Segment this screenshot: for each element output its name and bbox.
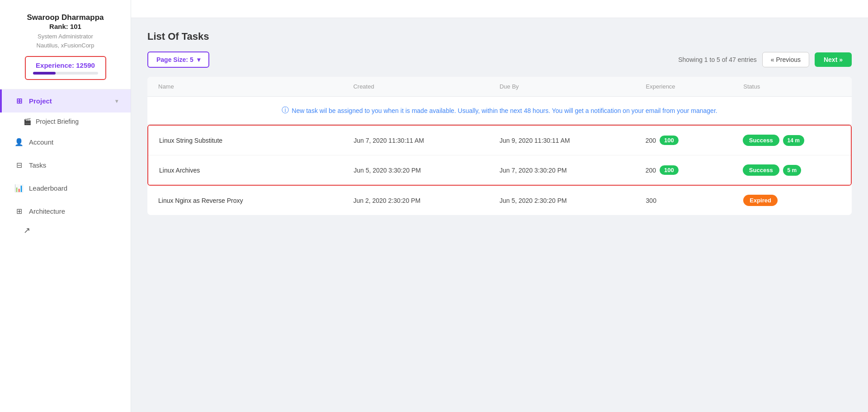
showing-text: Showing 1 to 5 of 47 entries	[678, 56, 757, 63]
experience-bar-fill	[33, 72, 56, 75]
table-row[interactable]: Linux Nginx as Reverse Proxy Jun 2, 2020…	[147, 186, 852, 215]
task-created: Jun 5, 2020 3:30:20 PM	[354, 167, 500, 174]
main-content: List Of Tasks Page Size: 5 ▾ Showing 1 t…	[131, 0, 868, 412]
info-icon: ⓘ	[282, 106, 289, 115]
sidebar-item-tasks[interactable]: ⊟ Tasks	[0, 154, 131, 177]
toolbar: Page Size: 5 ▾ Showing 1 to 5 of 47 entr…	[147, 52, 852, 68]
architecture-icon: ⊞	[14, 207, 24, 215]
task-experience: 200 100	[646, 136, 743, 145]
experience-bar-bg	[33, 72, 98, 75]
briefing-icon: 🎬	[24, 118, 31, 125]
status-badge: Expired	[743, 195, 778, 206]
task-experience: 200 100	[646, 165, 743, 175]
time-badge: 5 m	[783, 165, 802, 176]
col-status: Status	[743, 83, 841, 90]
user-name: Swaroop Dharmappa	[9, 13, 122, 23]
score-badge: 100	[660, 165, 679, 175]
content-area: List Of Tasks Page Size: 5 ▾ Showing 1 t…	[131, 18, 868, 412]
status-badge: Success	[743, 135, 779, 146]
account-icon: 👤	[14, 138, 24, 146]
sidebar-item-label-tasks: Tasks	[29, 161, 118, 169]
sidebar-item-leaderboard[interactable]: 📊 Leaderboard	[0, 177, 131, 200]
page-size-chevron-icon: ▾	[197, 56, 200, 63]
task-created: Jun 2, 2020 2:30:20 PM	[353, 197, 500, 204]
leaderboard-icon: 📊	[14, 184, 24, 192]
task-experience: 300	[646, 197, 744, 204]
sidebar-item-label-account: Account	[29, 138, 118, 146]
col-name: Name	[158, 83, 353, 90]
experience-box: Experience: 12590	[25, 56, 106, 80]
tasks-icon: ⊟	[14, 161, 24, 169]
notification-text: New task wil be assigned to you when it …	[292, 107, 717, 114]
sidebar-item-label-project: Project	[29, 97, 110, 105]
task-status: Success 5 m	[743, 164, 840, 176]
task-table: Name Created Due By Experience Status ⓘ …	[147, 77, 852, 215]
col-due-by: Due By	[500, 83, 646, 90]
page-size-label: Page Size: 5	[156, 56, 193, 63]
sidebar-item-project[interactable]: ⊞ Project ▾	[0, 89, 131, 112]
sidebar-item-architecture[interactable]: ⊞ Architecture	[0, 200, 131, 223]
highlighted-section: Linux String Substitute Jun 7, 2020 11:3…	[147, 125, 852, 186]
pagination-info: Showing 1 to 5 of 47 entries « Previous …	[678, 52, 852, 67]
time-badge: 14 m	[783, 135, 804, 146]
sidebar-item-label-leaderboard: Leaderboard	[29, 184, 118, 192]
previous-button[interactable]: « Previous	[762, 52, 809, 67]
experience-label: Experience: 12590	[33, 61, 98, 69]
task-due-by: Jun 5, 2020 2:30:20 PM	[500, 197, 646, 204]
task-created: Jun 7, 2020 11:30:11 AM	[354, 137, 500, 144]
task-name: Linux String Substitute	[159, 137, 354, 144]
table-header: Name Created Due By Experience Status	[147, 77, 852, 97]
col-created: Created	[353, 83, 500, 90]
task-status: Success 14 m	[743, 135, 840, 146]
sidebar: Swaroop Dharmappa Rank: 101 System Admin…	[0, 0, 131, 412]
user-rank: Rank: 101	[9, 23, 122, 30]
table-row[interactable]: Linux String Substitute Jun 7, 2020 11:3…	[148, 126, 851, 155]
task-status: Expired	[743, 195, 841, 206]
external-link-icon[interactable]: ↗	[24, 226, 30, 235]
user-profile: Swaroop Dharmappa Rank: 101 System Admin…	[0, 0, 131, 89]
page-title: List Of Tasks	[147, 31, 852, 42]
task-name: Linux Nginx as Reverse Proxy	[158, 197, 353, 204]
col-experience: Experience	[646, 83, 744, 90]
sidebar-item-account[interactable]: 👤 Account	[0, 131, 131, 154]
sidebar-item-label-architecture: Architecture	[29, 207, 118, 215]
project-icon: ⊞	[14, 97, 24, 105]
task-due-by: Jun 7, 2020 3:30:20 PM	[500, 167, 646, 174]
user-role: System Administrator Nautilus, xFusionCo…	[9, 32, 122, 50]
sidebar-item-label-project-briefing: Project Briefing	[36, 118, 79, 125]
chevron-down-icon: ▾	[115, 98, 118, 104]
top-bar	[131, 0, 868, 18]
notification-row: ⓘ New task wil be assigned to you when i…	[147, 97, 852, 125]
next-button[interactable]: Next »	[815, 52, 852, 67]
sidebar-item-project-briefing[interactable]: 🎬 Project Briefing	[0, 112, 131, 131]
table-row[interactable]: Linux Archives Jun 5, 2020 3:30:20 PM Ju…	[148, 155, 851, 185]
task-name: Linux Archives	[159, 167, 354, 174]
task-due-by: Jun 9, 2020 11:30:11 AM	[500, 137, 646, 144]
score-badge: 100	[660, 136, 679, 145]
status-badge: Success	[743, 164, 779, 176]
page-size-button[interactable]: Page Size: 5 ▾	[147, 52, 209, 68]
